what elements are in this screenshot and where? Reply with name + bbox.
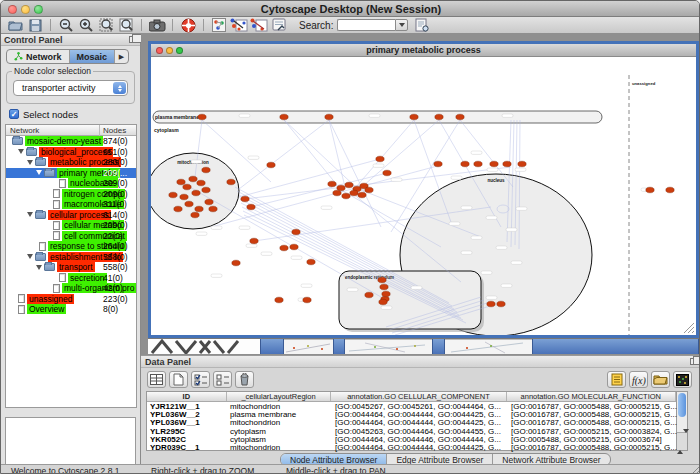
tree-row[interactable]: cellular process614(0) bbox=[6, 210, 136, 221]
tree-row[interactable]: nitrogen compo209(0) bbox=[6, 189, 136, 200]
unselect-all-attributes-icon[interactable] bbox=[213, 371, 232, 388]
tree-row[interactable]: unassigned223(0) bbox=[6, 294, 136, 305]
tree-row[interactable]: multi-organism pro42(0) bbox=[6, 283, 136, 294]
main-toolbar: Search: bbox=[1, 17, 700, 34]
tree-row[interactable]: metabolic process280(0) bbox=[6, 157, 136, 168]
open-session-icon[interactable] bbox=[6, 18, 24, 33]
minimized-network-view[interactable] bbox=[148, 339, 260, 354]
snapshot-icon[interactable] bbox=[148, 18, 166, 33]
minimized-window-titlebar[interactable] bbox=[333, 339, 345, 354]
search-dropdown[interactable] bbox=[395, 19, 408, 31]
minimized-window-titlebar[interactable] bbox=[260, 339, 284, 354]
col-header-region[interactable]: _cellularLayoutRegion bbox=[227, 392, 332, 401]
network-graph[interactable]: plasma membrane cytoplasm mitochondrion … bbox=[151, 57, 696, 335]
float-panel-icon[interactable] bbox=[690, 358, 698, 365]
page-icon bbox=[53, 284, 60, 293]
import-network-icon[interactable] bbox=[270, 18, 288, 33]
column-header-nodes[interactable]: Nodes bbox=[103, 126, 126, 135]
tree-row[interactable]: macromolecule311(0) bbox=[6, 199, 136, 210]
minimized-window-titlebar[interactable] bbox=[432, 339, 445, 354]
tab-network[interactable]: Network bbox=[7, 50, 70, 63]
status-zoom-hint: Right-click + drag to ZOOM bbox=[151, 466, 254, 474]
column-header-network[interactable]: Network bbox=[10, 126, 39, 135]
window-resize-grip[interactable] bbox=[690, 466, 700, 474]
minimized-window-preview[interactable] bbox=[445, 339, 532, 354]
scroll-down-icon[interactable] bbox=[683, 429, 689, 450]
tree-row-selected[interactable]: primary metabo209(... bbox=[6, 168, 136, 179]
table-scrollbar[interactable] bbox=[677, 391, 688, 451]
tree-row[interactable]: cellular metabo209(0) bbox=[6, 220, 136, 231]
minimized-window-preview[interactable] bbox=[284, 339, 333, 354]
disclosure-icon[interactable] bbox=[27, 254, 33, 259]
select-attributes-icon[interactable] bbox=[147, 371, 166, 388]
tab-overflow-button[interactable]: ▶ bbox=[115, 50, 128, 63]
page-icon bbox=[59, 273, 66, 282]
delete-attribute-icon[interactable] bbox=[235, 371, 254, 388]
select-all-attributes-icon[interactable] bbox=[191, 371, 210, 388]
import-attributes-icon[interactable] bbox=[651, 371, 670, 388]
attribute-toolbar: f(x) bbox=[141, 368, 700, 391]
float-panel-icon[interactable] bbox=[129, 36, 137, 43]
network-window-titlebar[interactable]: primary metabolic process bbox=[151, 44, 696, 57]
control-panel-title: Control Panel bbox=[4, 35, 63, 45]
data-panel-title: Data Panel bbox=[145, 357, 191, 367]
resize-grip-icon[interactable] bbox=[684, 323, 694, 333]
tree-row[interactable]: establishment of lo558(0) bbox=[6, 252, 136, 263]
vizmapper-icon[interactable] bbox=[210, 18, 228, 33]
control-panel-tabs: Network Mosaic ▶ bbox=[6, 49, 129, 64]
page-icon bbox=[53, 231, 60, 240]
disclosure-icon[interactable] bbox=[36, 265, 42, 270]
disclosure-icon[interactable] bbox=[36, 170, 42, 175]
search-options-icon[interactable] bbox=[413, 18, 431, 33]
formula-builder-icon[interactable]: f(x) bbox=[629, 371, 648, 388]
node-attribute-file-icon[interactable] bbox=[607, 371, 626, 388]
window-titlebar[interactable]: Cytoscape Desktop (New Session) bbox=[1, 1, 700, 17]
edit-edges-icon[interactable] bbox=[250, 18, 268, 33]
col-header-cellular-component[interactable]: annotation.GO CELLULAR_COMPONENT bbox=[331, 392, 506, 401]
col-header-molecular-function[interactable]: annotation.GO MOLECULAR_FUNCTION bbox=[507, 392, 676, 401]
save-session-icon[interactable] bbox=[26, 18, 44, 33]
network-view-window[interactable]: primary metabolic process plasma membran… bbox=[148, 41, 699, 338]
select-nodes-option[interactable]: ✓ Select nodes bbox=[9, 108, 78, 120]
disclosure-icon[interactable] bbox=[18, 149, 24, 154]
tree-row[interactable]: transport558(0) bbox=[6, 262, 136, 273]
attribute-matrix-icon[interactable] bbox=[673, 371, 692, 388]
network-tree: Network Nodes mosaic-demo-yeast874(0) bi… bbox=[5, 124, 137, 408]
col-header-id[interactable]: ID bbox=[147, 392, 227, 401]
minimized-window-preview[interactable] bbox=[345, 339, 432, 354]
minimized-windows-strip bbox=[148, 338, 699, 354]
minimized-window-titlebar[interactable] bbox=[532, 339, 699, 354]
tree-row[interactable]: nucleobase-209(0) bbox=[6, 178, 136, 189]
region-label: unassigned bbox=[632, 81, 656, 86]
scrollbar-thumb[interactable] bbox=[678, 393, 686, 417]
tab-mosaic[interactable]: Mosaic bbox=[70, 50, 116, 63]
page-icon bbox=[39, 242, 46, 251]
tree-row[interactable]: mosaic-demo-yeast874(0) bbox=[6, 136, 136, 147]
region-label: endoplasmic reticulum bbox=[345, 275, 394, 280]
edit-nodes-icon[interactable] bbox=[230, 18, 248, 33]
zoom-fit-icon[interactable] bbox=[97, 18, 115, 33]
tree-row[interactable]: secretion41(0) bbox=[6, 273, 136, 284]
zoom-in-icon[interactable] bbox=[77, 18, 95, 33]
zoom-out-icon[interactable] bbox=[57, 18, 75, 33]
status-pan-hint: Middle-click + drag to PAN bbox=[286, 466, 386, 474]
disclosure-icon[interactable] bbox=[27, 212, 33, 217]
network-canvas[interactable]: plasma membrane cytoplasm mitochondrion … bbox=[151, 57, 696, 335]
network-view-title: primary metabolic process bbox=[151, 45, 696, 55]
search-label: Search: bbox=[299, 20, 333, 31]
new-attribute-icon[interactable] bbox=[169, 371, 188, 388]
checkbox-checked-icon[interactable]: ✓ bbox=[9, 109, 19, 119]
disclosure-icon[interactable] bbox=[27, 160, 33, 165]
tree-row[interactable]: cell communicat22(0) bbox=[6, 231, 136, 242]
tree-row[interactable]: biological_process651(0) bbox=[6, 147, 136, 158]
tree-row[interactable]: response to stimulu264(0) bbox=[6, 241, 136, 252]
tree-row[interactable]: Overview8(0) bbox=[6, 304, 136, 315]
node-color-dropdown[interactable]: transporter activity bbox=[13, 80, 128, 96]
page-icon bbox=[18, 294, 25, 303]
page-icon bbox=[53, 221, 60, 230]
region-label: nucleus bbox=[487, 178, 505, 183]
help-ring-icon[interactable] bbox=[179, 18, 197, 33]
search-input[interactable] bbox=[337, 19, 395, 31]
table-row[interactable]: YDR039C__1mitochondrion[GO:0044464, GO:0… bbox=[147, 443, 676, 451]
zoom-selected-icon[interactable] bbox=[117, 18, 135, 33]
